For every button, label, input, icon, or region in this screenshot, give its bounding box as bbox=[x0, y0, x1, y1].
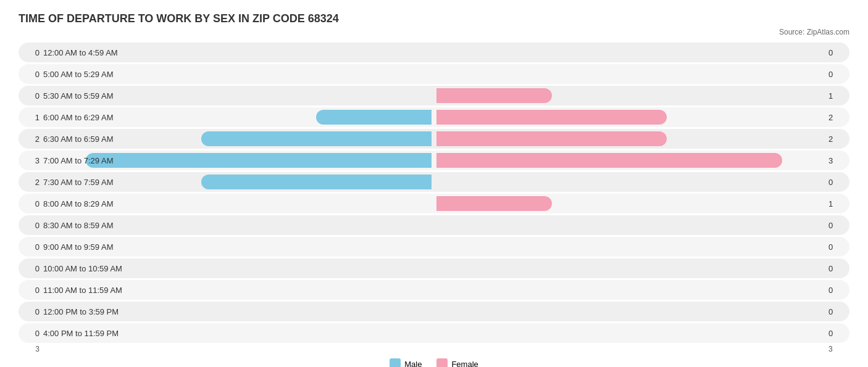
time-label: 12:00 PM to 3:59 PM bbox=[43, 307, 119, 316]
bar-row: 1 6:00 AM to 6:29 AM 2 bbox=[19, 107, 849, 127]
female-bar-wrap bbox=[434, 129, 825, 149]
bar-row: 0 8:00 AM to 8:29 AM 1 bbox=[19, 194, 849, 213]
legend: Male Female bbox=[19, 358, 849, 367]
bars-container: 10:00 AM to 10:59 AM bbox=[43, 258, 825, 278]
time-label: 4:00 PM to 11:59 PM bbox=[43, 329, 119, 338]
bar-row: 0 5:00 AM to 5:29 AM 0 bbox=[19, 64, 849, 84]
time-label: 5:00 AM to 5:29 AM bbox=[43, 70, 113, 79]
male-value: 0 bbox=[19, 91, 43, 101]
male-value: 0 bbox=[19, 264, 43, 273]
female-value: 3 bbox=[825, 156, 849, 165]
bars-container: 6:00 AM to 6:29 AM bbox=[43, 107, 825, 127]
bottom-axis: 3 3 bbox=[19, 345, 849, 353]
bars-container: 5:30 AM to 5:59 AM bbox=[43, 86, 825, 105]
male-swatch bbox=[390, 358, 401, 367]
male-value: 2 bbox=[19, 178, 43, 187]
female-swatch bbox=[436, 358, 448, 367]
axis-center-spacer bbox=[43, 345, 825, 353]
female-value: 0 bbox=[825, 286, 849, 295]
bar-row: 0 8:30 AM to 8:59 AM 0 bbox=[19, 215, 849, 235]
bar-row: 0 9:00 AM to 9:59 AM 0 bbox=[19, 237, 849, 257]
male-value: 0 bbox=[19, 48, 43, 57]
female-value: 0 bbox=[825, 48, 849, 57]
bars-container: 4:00 PM to 11:59 PM bbox=[43, 323, 825, 343]
time-label: 10:00 AM to 10:59 AM bbox=[43, 264, 122, 273]
bars-container: 8:00 AM to 8:29 AM bbox=[43, 194, 825, 213]
time-label: 12:00 AM to 4:59 AM bbox=[43, 48, 118, 57]
bar-row: 0 12:00 AM to 4:59 AM 0 bbox=[19, 43, 849, 62]
female-bar-wrap bbox=[434, 172, 825, 192]
male-bar bbox=[316, 110, 432, 125]
female-value: 1 bbox=[825, 199, 849, 208]
bars-container: 12:00 PM to 3:59 PM bbox=[43, 302, 825, 321]
female-bar-wrap bbox=[434, 194, 825, 213]
female-bar-wrap bbox=[434, 43, 825, 62]
female-value: 0 bbox=[825, 307, 849, 316]
male-label: Male bbox=[404, 360, 422, 368]
bars-container: 6:30 AM to 6:59 AM bbox=[43, 129, 825, 149]
female-bar bbox=[436, 110, 667, 125]
time-label: 5:30 AM to 5:59 AM bbox=[43, 91, 113, 101]
legend-female: Female bbox=[436, 358, 478, 367]
female-value: 2 bbox=[825, 134, 849, 144]
bar-row: 0 10:00 AM to 10:59 AM 0 bbox=[19, 258, 849, 278]
chart-title: TIME OF DEPARTURE TO WORK BY SEX IN ZIP … bbox=[19, 12, 849, 25]
bar-row: 0 11:00 AM to 11:59 AM 0 bbox=[19, 280, 849, 300]
bars-container: 7:30 AM to 7:59 AM bbox=[43, 172, 825, 192]
bar-row: 0 4:00 PM to 11:59 PM 0 bbox=[19, 323, 849, 343]
axis-min-left: 3 bbox=[19, 345, 43, 353]
male-value: 0 bbox=[19, 307, 43, 316]
female-value: 0 bbox=[825, 221, 849, 230]
male-value: 1 bbox=[19, 113, 43, 122]
female-value: 0 bbox=[825, 178, 849, 187]
bars-container: 11:00 AM to 11:59 AM bbox=[43, 280, 825, 300]
time-label: 7:00 AM to 7:29 AM bbox=[43, 156, 113, 165]
female-bar-wrap bbox=[434, 86, 825, 105]
bar-row: 2 6:30 AM to 6:59 AM 2 bbox=[19, 129, 849, 149]
time-label: 7:30 AM to 7:59 AM bbox=[43, 178, 113, 187]
female-label: Female bbox=[451, 360, 478, 368]
male-value: 2 bbox=[19, 134, 43, 144]
time-label: 9:00 AM to 9:59 AM bbox=[43, 242, 113, 252]
female-bar bbox=[436, 88, 552, 103]
male-value: 0 bbox=[19, 286, 43, 295]
female-bar-wrap bbox=[434, 151, 825, 170]
female-bar-wrap bbox=[434, 323, 825, 343]
female-value: 0 bbox=[825, 242, 849, 252]
female-bar-wrap bbox=[434, 64, 825, 84]
bar-row: 3 7:00 AM to 7:29 AM 3 bbox=[19, 151, 849, 170]
female-bar-wrap bbox=[434, 302, 825, 321]
female-bar-wrap bbox=[434, 258, 825, 278]
bars-container: 12:00 AM to 4:59 AM bbox=[43, 43, 825, 62]
time-label: 8:00 AM to 8:29 AM bbox=[43, 199, 113, 208]
male-value: 0 bbox=[19, 221, 43, 230]
female-bar-wrap bbox=[434, 107, 825, 127]
male-value: 0 bbox=[19, 199, 43, 208]
male-value: 0 bbox=[19, 242, 43, 252]
legend-male: Male bbox=[390, 358, 422, 367]
male-value: 3 bbox=[19, 156, 43, 165]
female-value: 2 bbox=[825, 113, 849, 122]
female-bar-wrap bbox=[434, 215, 825, 235]
bar-row: 2 7:30 AM to 7:59 AM 0 bbox=[19, 172, 849, 192]
bars-container: 5:00 AM to 5:29 AM bbox=[43, 64, 825, 84]
female-bar bbox=[436, 196, 552, 211]
source-text: Source: ZipAtlas.com bbox=[19, 28, 849, 36]
time-label: 6:00 AM to 6:29 AM bbox=[43, 113, 113, 122]
time-label: 8:30 AM to 8:59 AM bbox=[43, 221, 113, 230]
bar-row: 0 12:00 PM to 3:59 PM 0 bbox=[19, 302, 849, 321]
male-bar bbox=[86, 153, 432, 168]
bar-row: 0 5:30 AM to 5:59 AM 1 bbox=[19, 86, 849, 105]
time-label: 11:00 AM to 11:59 AM bbox=[43, 286, 122, 295]
male-bar bbox=[201, 131, 432, 146]
female-bar-wrap bbox=[434, 280, 825, 300]
female-value: 0 bbox=[825, 264, 849, 273]
female-value: 1 bbox=[825, 91, 849, 101]
male-bar bbox=[201, 175, 432, 189]
axis-min-right: 3 bbox=[825, 345, 849, 353]
female-value: 0 bbox=[825, 329, 849, 338]
female-value: 0 bbox=[825, 70, 849, 79]
time-label: 6:30 AM to 6:59 AM bbox=[43, 134, 113, 144]
female-bar-wrap bbox=[434, 237, 825, 257]
bars-container: 8:30 AM to 8:59 AM bbox=[43, 215, 825, 235]
